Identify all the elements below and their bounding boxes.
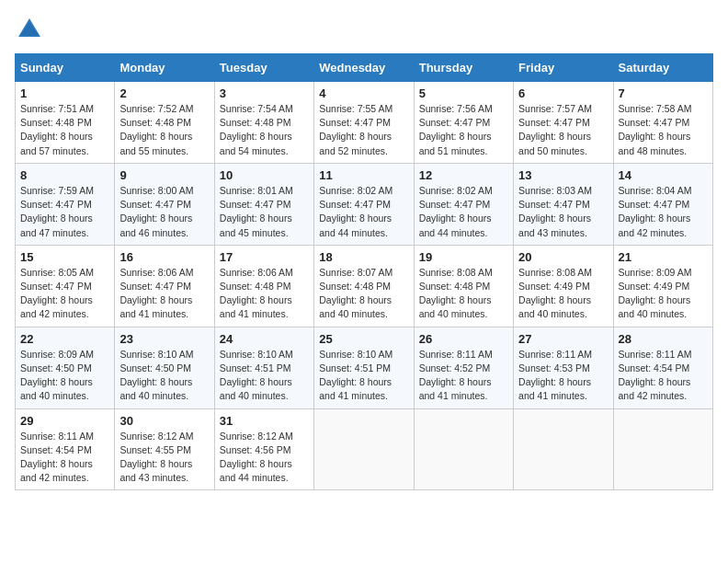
day-info: Sunrise: 8:11 AMSunset: 4:52 PMDaylight:… (419, 348, 508, 404)
day-info: Sunrise: 8:10 AMSunset: 4:50 PMDaylight:… (119, 348, 209, 404)
logo-icon (15, 15, 44, 44)
day-info: Sunrise: 8:07 AMSunset: 4:48 PMDaylight:… (319, 266, 408, 322)
day-info: Sunrise: 8:10 AMSunset: 4:51 PMDaylight:… (319, 348, 408, 404)
day-info: Sunrise: 8:02 AMSunset: 4:47 PMDaylight:… (419, 184, 508, 240)
weekday-header: Monday (115, 54, 214, 82)
day-number: 13 (518, 168, 608, 182)
calendar-cell: 21 Sunrise: 8:09 AMSunset: 4:49 PMDaylig… (613, 245, 712, 327)
calendar-cell: 29 Sunrise: 8:11 AMSunset: 4:54 PMDaylig… (16, 408, 115, 490)
day-info: Sunrise: 7:57 AMSunset: 4:47 PMDaylight:… (518, 102, 608, 158)
day-info: Sunrise: 8:08 AMSunset: 4:48 PMDaylight:… (419, 266, 508, 322)
day-number: 12 (419, 168, 508, 182)
day-info: Sunrise: 8:12 AMSunset: 4:56 PMDaylight:… (220, 430, 309, 486)
weekday-header: Tuesday (214, 54, 313, 82)
day-number: 10 (220, 168, 309, 182)
day-info: Sunrise: 8:05 AMSunset: 4:47 PMDaylight:… (20, 266, 109, 322)
calendar-cell: 19 Sunrise: 8:08 AMSunset: 4:48 PMDaylig… (414, 245, 513, 327)
day-number: 18 (319, 250, 408, 264)
day-info: Sunrise: 8:09 AMSunset: 4:50 PMDaylight:… (20, 348, 109, 404)
day-number: 29 (20, 414, 109, 428)
calendar-cell: 5 Sunrise: 7:56 AMSunset: 4:47 PMDayligh… (414, 82, 513, 164)
weekday-header: Thursday (414, 54, 513, 82)
calendar-cell: 20 Sunrise: 8:08 AMSunset: 4:49 PMDaylig… (514, 245, 613, 327)
day-info: Sunrise: 8:11 AMSunset: 4:54 PMDaylight:… (20, 430, 109, 486)
calendar-cell (514, 408, 613, 490)
day-number: 28 (619, 332, 708, 346)
day-number: 26 (419, 332, 508, 346)
calendar-cell: 11 Sunrise: 8:02 AMSunset: 4:47 PMDaylig… (314, 163, 414, 245)
calendar-cell: 28 Sunrise: 8:11 AMSunset: 4:54 PMDaylig… (613, 327, 712, 408)
day-info: Sunrise: 8:11 AMSunset: 4:53 PMDaylight:… (518, 348, 608, 404)
day-number: 6 (518, 86, 608, 100)
day-number: 22 (20, 332, 109, 346)
day-info: Sunrise: 8:06 AMSunset: 4:48 PMDaylight:… (220, 266, 309, 322)
weekday-header-row: SundayMondayTuesdayWednesdayThursdayFrid… (16, 54, 713, 82)
day-number: 15 (20, 250, 109, 264)
day-info: Sunrise: 8:04 AMSunset: 4:47 PMDaylight:… (619, 184, 708, 240)
day-number: 30 (119, 414, 209, 428)
day-info: Sunrise: 8:06 AMSunset: 4:47 PMDaylight:… (119, 266, 209, 322)
day-info: Sunrise: 8:00 AMSunset: 4:47 PMDaylight:… (119, 184, 209, 240)
day-info: Sunrise: 8:03 AMSunset: 4:47 PMDaylight:… (518, 184, 608, 240)
calendar-cell: 9 Sunrise: 8:00 AMSunset: 4:47 PMDayligh… (115, 163, 214, 245)
day-number: 2 (119, 86, 209, 100)
weekday-header: Friday (514, 54, 613, 82)
day-number: 31 (220, 414, 309, 428)
day-number: 7 (619, 86, 708, 100)
day-info: Sunrise: 7:54 AMSunset: 4:48 PMDaylight:… (220, 102, 309, 158)
calendar-cell: 24 Sunrise: 8:10 AMSunset: 4:51 PMDaylig… (214, 327, 313, 408)
day-info: Sunrise: 7:55 AMSunset: 4:47 PMDaylight:… (319, 102, 408, 158)
calendar-cell: 18 Sunrise: 8:07 AMSunset: 4:48 PMDaylig… (314, 245, 414, 327)
day-info: Sunrise: 8:02 AMSunset: 4:47 PMDaylight:… (319, 184, 408, 240)
weekday-header: Sunday (16, 54, 115, 82)
day-number: 9 (119, 168, 209, 182)
calendar-cell: 23 Sunrise: 8:10 AMSunset: 4:50 PMDaylig… (115, 327, 214, 408)
day-number: 25 (319, 332, 408, 346)
day-number: 5 (419, 86, 508, 100)
calendar-cell: 16 Sunrise: 8:06 AMSunset: 4:47 PMDaylig… (115, 245, 214, 327)
calendar-cell: 3 Sunrise: 7:54 AMSunset: 4:48 PMDayligh… (214, 82, 313, 164)
weekday-header: Saturday (613, 54, 712, 82)
calendar-cell: 8 Sunrise: 7:59 AMSunset: 4:47 PMDayligh… (16, 163, 115, 245)
day-number: 16 (119, 250, 209, 264)
calendar-cell (613, 408, 712, 490)
day-number: 20 (518, 250, 608, 264)
calendar-cell: 27 Sunrise: 8:11 AMSunset: 4:53 PMDaylig… (514, 327, 613, 408)
calendar-week-row: 22 Sunrise: 8:09 AMSunset: 4:50 PMDaylig… (16, 327, 713, 408)
calendar-cell: 15 Sunrise: 8:05 AMSunset: 4:47 PMDaylig… (16, 245, 115, 327)
calendar-cell: 17 Sunrise: 8:06 AMSunset: 4:48 PMDaylig… (214, 245, 313, 327)
day-number: 27 (518, 332, 608, 346)
calendar-cell: 13 Sunrise: 8:03 AMSunset: 4:47 PMDaylig… (514, 163, 613, 245)
day-info: Sunrise: 7:56 AMSunset: 4:47 PMDaylight:… (419, 102, 508, 158)
page-header (15, 15, 713, 44)
day-info: Sunrise: 8:09 AMSunset: 4:49 PMDaylight:… (619, 266, 708, 322)
calendar-week-row: 1 Sunrise: 7:51 AMSunset: 4:48 PMDayligh… (16, 82, 713, 164)
calendar-cell: 22 Sunrise: 8:09 AMSunset: 4:50 PMDaylig… (16, 327, 115, 408)
day-info: Sunrise: 7:59 AMSunset: 4:47 PMDaylight:… (20, 184, 109, 240)
calendar-cell: 2 Sunrise: 7:52 AMSunset: 4:48 PMDayligh… (115, 82, 214, 164)
day-number: 21 (619, 250, 708, 264)
calendar-cell: 4 Sunrise: 7:55 AMSunset: 4:47 PMDayligh… (314, 82, 414, 164)
day-number: 1 (20, 86, 109, 100)
calendar-cell: 7 Sunrise: 7:58 AMSunset: 4:47 PMDayligh… (613, 82, 712, 164)
calendar-week-row: 29 Sunrise: 8:11 AMSunset: 4:54 PMDaylig… (16, 408, 713, 490)
day-number: 23 (119, 332, 209, 346)
calendar-cell: 31 Sunrise: 8:12 AMSunset: 4:56 PMDaylig… (214, 408, 313, 490)
day-number: 8 (20, 168, 109, 182)
calendar-cell: 30 Sunrise: 8:12 AMSunset: 4:55 PMDaylig… (115, 408, 214, 490)
calendar-cell: 14 Sunrise: 8:04 AMSunset: 4:47 PMDaylig… (613, 163, 712, 245)
calendar-week-row: 8 Sunrise: 7:59 AMSunset: 4:47 PMDayligh… (16, 163, 713, 245)
calendar-cell (314, 408, 414, 490)
day-number: 14 (619, 168, 708, 182)
day-info: Sunrise: 8:11 AMSunset: 4:54 PMDaylight:… (619, 348, 708, 404)
day-info: Sunrise: 7:51 AMSunset: 4:48 PMDaylight:… (20, 102, 109, 158)
calendar-cell: 26 Sunrise: 8:11 AMSunset: 4:52 PMDaylig… (414, 327, 513, 408)
day-number: 24 (220, 332, 309, 346)
day-number: 4 (319, 86, 408, 100)
day-info: Sunrise: 8:01 AMSunset: 4:47 PMDaylight:… (220, 184, 309, 240)
calendar-cell: 6 Sunrise: 7:57 AMSunset: 4:47 PMDayligh… (514, 82, 613, 164)
day-info: Sunrise: 8:10 AMSunset: 4:51 PMDaylight:… (220, 348, 309, 404)
calendar-cell (414, 408, 513, 490)
day-info: Sunrise: 7:58 AMSunset: 4:47 PMDaylight:… (619, 102, 708, 158)
day-info: Sunrise: 7:52 AMSunset: 4:48 PMDaylight:… (119, 102, 209, 158)
